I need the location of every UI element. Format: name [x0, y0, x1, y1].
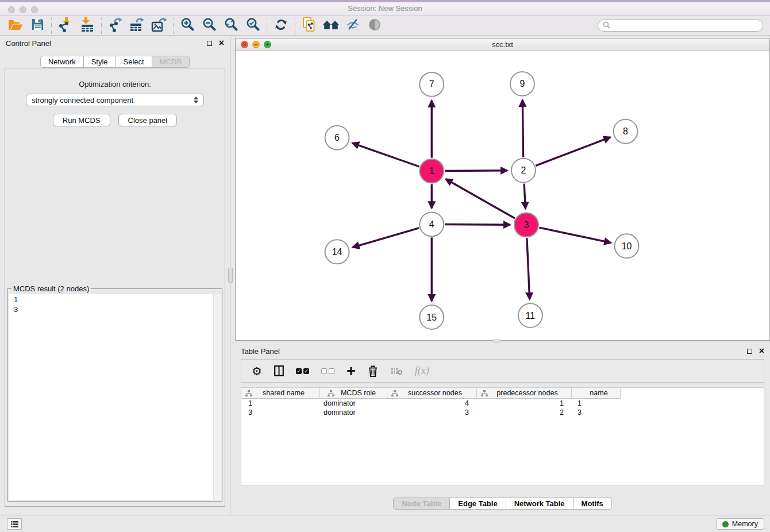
float-table-panel-icon[interactable] — [747, 349, 752, 354]
zoom-fit-button[interactable] — [220, 17, 242, 34]
tab-node-table[interactable]: Node Table — [393, 498, 450, 510]
graph-edge-2-9[interactable] — [522, 100, 523, 157]
window-title: Session: New Session — [0, 4, 770, 13]
network-view-window: × − + scc.txt 7968124314101511 — [235, 38, 770, 341]
graph-node-14[interactable]: 14 — [325, 240, 349, 264]
run-mcds-button[interactable]: Run MCDS — [53, 114, 110, 126]
result-scrollbar[interactable] — [213, 294, 221, 500]
import-table-button[interactable] — [76, 17, 98, 34]
graph-node-6[interactable]: 6 — [325, 126, 349, 150]
tab-motifs[interactable]: Motifs — [573, 498, 612, 510]
mcds-result-box[interactable]: 13 — [9, 294, 221, 500]
column-header-successor-nodes[interactable]: successor nodes — [387, 388, 477, 399]
column-header-shared-name[interactable]: shared name — [241, 388, 320, 399]
open-session-button[interactable] — [5, 17, 26, 34]
close-table-panel-icon[interactable]: × — [759, 348, 764, 354]
horizontal-splitter-handle[interactable] — [492, 340, 502, 342]
graph-edge-3-10[interactable] — [539, 228, 611, 242]
delete-column-button[interactable] — [368, 365, 378, 377]
task-history-button[interactable] — [7, 518, 22, 530]
window-titlebar: Session: New Session — [0, 0, 770, 16]
graph-edge-3-1[interactable] — [445, 179, 514, 218]
save-session-button[interactable] — [26, 17, 48, 34]
tab-network-table[interactable]: Network Table — [506, 498, 573, 510]
graph-edge-3-11[interactable] — [527, 238, 530, 299]
network-maximize-button[interactable]: + — [264, 41, 271, 48]
select-all-columns-button[interactable]: ✓✓ — [296, 368, 309, 374]
graph-node-1[interactable]: 1 — [419, 159, 444, 183]
eye-slash-icon — [346, 18, 360, 33]
float-panel-icon[interactable] — [207, 41, 212, 46]
graph-node-10[interactable]: 10 — [615, 234, 639, 258]
refresh-icon — [274, 18, 288, 34]
export-image-button[interactable] — [148, 17, 170, 34]
hide-selected-button[interactable] — [342, 17, 364, 34]
main-area: Control Panel × Network Style Select MCD… — [0, 36, 770, 515]
tab-edge-table[interactable]: Edge Table — [449, 498, 506, 510]
close-panel-icon[interactable]: × — [219, 40, 224, 47]
show-columns-button[interactable] — [274, 365, 284, 376]
graph-node-11[interactable]: 11 — [518, 303, 542, 327]
new-network-from-selection-button[interactable] — [298, 17, 320, 34]
first-neighbors-button[interactable] — [320, 17, 342, 34]
toolbar-search-field[interactable] — [598, 20, 763, 32]
tab-style[interactable]: Style — [83, 56, 116, 68]
toolbar-separator — [295, 18, 295, 34]
mcds-result-title: MCDS result (2 nodes) — [11, 284, 91, 293]
column-header-predecessor-nodes[interactable]: predecessor nodes — [477, 388, 572, 399]
search-input[interactable] — [613, 22, 758, 30]
zoom-out-button[interactable] — [198, 17, 220, 34]
graph-edge-2-3[interactable] — [524, 184, 525, 209]
graph-node-label: 2 — [521, 165, 526, 175]
refresh-layout-button[interactable] — [270, 17, 292, 34]
graph-edge-1-2[interactable] — [445, 171, 507, 171]
graph-node-2[interactable]: 2 — [511, 159, 536, 183]
table-panel-header: Table Panel × — [235, 344, 770, 358]
table-cell: 3 — [572, 408, 621, 417]
graph-edge-2-8[interactable] — [536, 137, 610, 166]
zoom-selected-button[interactable] — [242, 17, 264, 34]
show-all-button[interactable] — [364, 17, 386, 34]
export-table-button[interactable] — [126, 17, 148, 34]
attribute-icon — [481, 390, 488, 396]
tab-mcds[interactable]: MCDS — [152, 56, 190, 68]
graph-edge-1-6[interactable] — [352, 143, 419, 167]
create-column-button[interactable]: + — [346, 365, 356, 377]
mcds-result-group: MCDS result (2 nodes) 13 — [7, 284, 222, 502]
trash-icon — [368, 365, 378, 377]
table-options-button[interactable]: ⚙ — [252, 365, 262, 377]
table-cell: 1 — [572, 399, 621, 407]
export-network-button[interactable] — [105, 17, 126, 34]
table-row[interactable]: 3dominator323 — [241, 408, 764, 417]
column-header-mcds-role[interactable]: MCDS role — [320, 388, 387, 399]
unchecked-box-icon — [329, 368, 334, 374]
graph-node-9[interactable]: 9 — [510, 72, 534, 96]
zoom-in-button[interactable] — [176, 17, 198, 34]
select-stepper-icon — [194, 97, 198, 103]
graph-node-15[interactable]: 15 — [419, 305, 444, 329]
vertical-splitter-handle[interactable] — [228, 268, 233, 283]
graph-node-8[interactable]: 8 — [614, 119, 638, 144]
network-close-button[interactable]: × — [241, 41, 248, 48]
homes-icon — [322, 18, 340, 33]
attribute-icon — [391, 390, 398, 396]
open-folder-icon — [8, 18, 23, 33]
import-network-button[interactable] — [55, 17, 76, 34]
table-row[interactable]: 1dominator411 — [241, 399, 764, 408]
tab-select[interactable]: Select — [116, 56, 152, 68]
network-canvas[interactable]: 7968124314101511 — [236, 51, 769, 340]
graph-node-4[interactable]: 4 — [419, 212, 444, 236]
unselect-all-columns-button[interactable] — [321, 368, 334, 374]
criterion-select[interactable]: strongly connected component — [26, 94, 204, 106]
memory-button[interactable]: Memory — [716, 518, 764, 530]
network-minimize-button[interactable]: − — [252, 41, 260, 48]
graph-edge-4-14[interactable] — [352, 228, 419, 248]
graph-node-3[interactable]: 3 — [514, 213, 538, 237]
control-panel-header: Control Panel × — [0, 36, 230, 51]
column-header-name[interactable]: name — [572, 388, 621, 399]
table-header-row: shared name MCDS role successor nodes — [241, 388, 764, 399]
graph-edge-4-3[interactable] — [445, 225, 510, 225]
tab-network[interactable]: Network — [40, 56, 84, 68]
close-panel-button[interactable]: Close panel — [118, 114, 178, 126]
graph-node-7[interactable]: 7 — [419, 72, 444, 97]
